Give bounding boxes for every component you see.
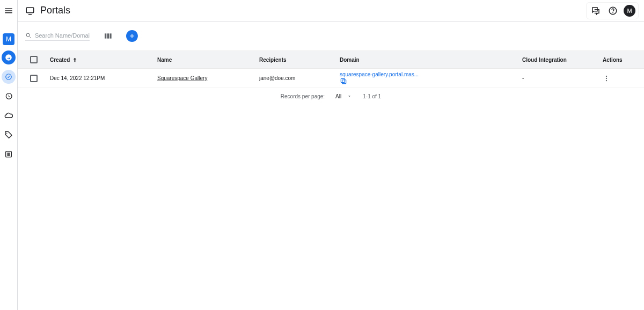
row-created: Dec 14, 2022 12:21PM [50,75,157,81]
svg-rect-7 [107,33,109,38]
chat-icon [591,6,601,16]
column-domain[interactable]: Domain [340,57,522,63]
column-recipients[interactable]: Recipients [259,57,340,63]
svg-point-13 [606,80,607,81]
column-created[interactable]: Created [50,57,157,63]
nav-item-list[interactable] [2,147,16,161]
table-header: Created Name Recipients Domain Cloud Int… [18,51,644,69]
help-icon [608,6,618,16]
user-avatar[interactable]: M [624,5,635,17]
page-range: 1-1 of 1 [363,93,381,99]
search-input[interactable] [35,32,90,39]
svg-rect-8 [109,33,111,38]
column-created-label: Created [50,57,70,63]
row-domain-link[interactable]: squarespace-gallery.portal.mas... [340,71,419,77]
column-name[interactable]: Name [157,57,259,63]
table-row: Dec 14, 2022 12:21PM Squarespace Gallery… [18,69,644,88]
page-size-select[interactable]: All [335,93,352,99]
nav-item-portals[interactable] [2,70,16,84]
help-button[interactable] [606,4,619,17]
column-actions: Actions [603,57,644,63]
svg-rect-6 [105,33,106,38]
main-content: Portals M [17,0,644,310]
svg-rect-3 [26,8,34,13]
workspace-avatar[interactable]: M [3,33,14,45]
columns-icon [104,32,112,40]
row-cloud: - [522,75,603,81]
portal-icon [5,73,12,81]
column-cloud[interactable]: Cloud Integration [522,57,603,63]
search-icon [25,32,32,39]
columns-button[interactable] [104,32,112,40]
nav-item-tags[interactable] [2,128,16,142]
page-size-value: All [335,93,341,99]
nav-item-history[interactable] [2,89,16,103]
tag-icon [4,131,13,139]
svg-point-5 [26,33,30,37]
svg-point-1 [6,133,8,134]
toolbar [18,21,644,51]
pagination: Records per page: All 1-1 of 1 [18,88,644,104]
list-icon [4,150,13,158]
copy-icon [340,77,347,85]
add-button[interactable] [126,30,138,42]
records-per-page-label: Records per page: [281,93,325,99]
svg-point-12 [606,77,607,78]
more-vert-icon [603,75,610,82]
hamburger-icon [4,6,13,16]
topbar: Portals M [18,0,644,21]
svg-rect-10 [341,78,345,82]
cloud-icon [4,111,13,120]
copy-domain-button[interactable] [340,77,522,85]
sidebar: M [0,0,17,310]
row-checkbox[interactable] [30,75,38,82]
svg-rect-9 [342,80,346,84]
nav-item-transfer[interactable] [2,51,16,64]
row-recipients: jane@doe.com [259,75,340,81]
header-actions: M [586,2,639,19]
chevron-down-icon [347,93,352,99]
sort-asc-icon [72,57,78,63]
chat-button[interactable] [589,4,602,17]
svg-point-11 [606,75,607,76]
plus-icon [128,32,136,40]
arrow-circle-icon [5,54,12,61]
monitor-icon [25,6,35,16]
row-actions-menu[interactable] [603,75,644,82]
select-all-checkbox[interactable] [30,56,38,63]
search-field[interactable] [25,32,90,41]
page-title: Portals [40,5,70,16]
row-name-link[interactable]: Squarespace Gallery [157,75,207,81]
menu-toggle-button[interactable] [2,4,15,17]
history-icon [4,92,13,100]
nav-item-cloud[interactable] [2,109,16,122]
